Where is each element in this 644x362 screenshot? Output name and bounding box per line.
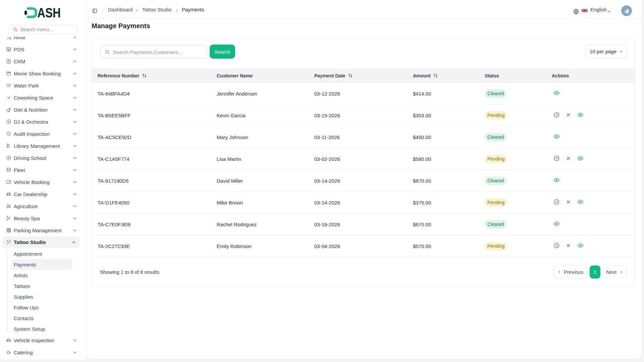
svg-text:ASH: ASH: [37, 7, 61, 19]
